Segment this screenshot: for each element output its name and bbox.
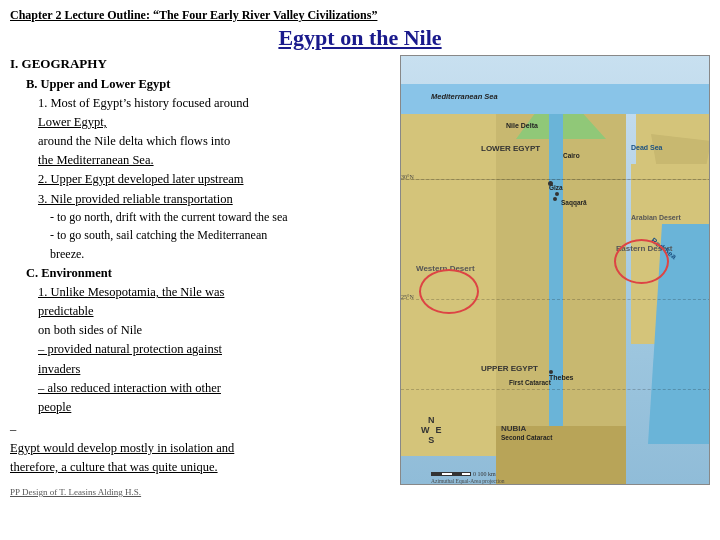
- first-cataract-label: First Cataract: [509, 379, 551, 386]
- compass-s: S: [421, 436, 442, 446]
- right-panel: NATIONALGEOGRAPHIC Ancient Egypt: [400, 55, 710, 534]
- item-c1b: predictable: [38, 302, 392, 320]
- conclusion2: therefore, a culture that was quite uniq…: [10, 458, 392, 476]
- item-3-sub2: - to go south, sail catching the Mediter…: [50, 227, 392, 244]
- item2-underline: 2. Upper Egypt developed later upstream: [38, 172, 244, 186]
- item-c4-underline: – also reduced interaction with other: [38, 381, 221, 395]
- item-c3-underline: – provided natural protection against: [38, 342, 222, 356]
- sub-b-heading: B. Upper and Lower Egypt: [26, 75, 392, 93]
- scale-text: 0 100 km: [473, 471, 496, 477]
- blank-dash: –: [10, 420, 392, 438]
- item-c4b-underline: people: [38, 400, 71, 414]
- item-3: 3. Nile provided reliable transportation: [38, 190, 392, 208]
- item-c1b-underline: predictable: [38, 304, 94, 318]
- nile-river: [549, 84, 563, 464]
- compass: N W E S: [421, 416, 442, 446]
- arabian-desert-label: Arabian Desert: [631, 214, 681, 222]
- dead-sea-label: Dead Sea: [631, 144, 663, 152]
- med-sea-underline: the Mediterranean Sea.: [38, 153, 154, 167]
- lat-line-1: [401, 179, 710, 180]
- item-1-sub1c: the Mediterranean Sea.: [38, 151, 392, 169]
- chapter-title: Chapter 2 Lecture Outline: “The Four Ear…: [10, 8, 710, 23]
- thebes-dot: [549, 370, 553, 374]
- main-title: Egypt on the Nile: [10, 25, 710, 51]
- lower-egypt-label: LOWER EGYPT: [481, 144, 540, 153]
- cairo-label: Cairo: [563, 152, 580, 159]
- upper-egypt-label: UPPER EGYPT: [481, 364, 538, 373]
- thebes-label: Thebes: [549, 374, 574, 381]
- egypt-main-land: [496, 84, 626, 464]
- lat-line-3: [401, 389, 710, 390]
- saqqara-label: Saqqarā: [561, 199, 587, 206]
- saqqara-dot: [553, 197, 557, 201]
- lat-25-label: 25°N: [401, 294, 414, 300]
- page: Chapter 2 Lecture Outline: “The Four Ear…: [0, 0, 720, 540]
- map-container: NATIONALGEOGRAPHIC Ancient Egypt: [400, 55, 710, 485]
- item-1-sub1: Lower Egypt,: [38, 113, 392, 131]
- scale-bar: 0 100 km Azimuthal Equal-Area projection: [431, 471, 505, 484]
- item-2: 2. Upper Egypt developed later upstream: [38, 170, 392, 188]
- item-c2: on both sides of Nile: [38, 321, 392, 339]
- item-1: 1. Most of Egypt’s history focused aroun…: [38, 94, 392, 112]
- item-c3b: invaders: [38, 360, 392, 378]
- giza-dot: [548, 181, 553, 186]
- geo-heading: I. GEOGRAPHY: [10, 55, 392, 74]
- nubia-label: NUBIA: [501, 424, 526, 433]
- nile-delta-label: Nile Delta: [506, 122, 538, 130]
- left-panel: I. GEOGRAPHY B. Upper and Lower Egypt 1.…: [10, 55, 392, 534]
- item-c3: – provided natural protection against: [38, 340, 392, 358]
- item-3-sub1: - to go north, drift with the current to…: [50, 209, 392, 226]
- item-c1-underline: 1. Unlike Mesopotamia, the Nile was: [38, 285, 224, 299]
- conclusion: Egypt would develop mostly in isolation …: [10, 439, 392, 457]
- second-cataract-label: Second Cataract: [501, 434, 552, 441]
- item-3-sub3: breeze.: [50, 246, 392, 263]
- footer-credit: PP Design of T. Leasins Alding H.S.: [10, 486, 392, 499]
- mediterranean-sea-label: Mediterranean Sea: [431, 92, 498, 101]
- cairo-dot: [555, 192, 559, 196]
- scale-graphic: [431, 472, 471, 476]
- item-c4: – also reduced interaction with other: [38, 379, 392, 397]
- compass-e: E: [436, 426, 442, 436]
- projection-text: Azimuthal Equal-Area projection: [431, 478, 505, 484]
- item-c4b: people: [38, 398, 392, 416]
- item-1-sub1b: around the Nile delta which flows into: [38, 132, 392, 150]
- eastern-desert-circle: [614, 239, 669, 284]
- western-desert-circle: [419, 269, 479, 314]
- item3-underline: 3. Nile provided reliable transportation: [38, 192, 233, 206]
- item-c3b-underline: invaders: [38, 362, 80, 376]
- lat-30-label: 30°N: [401, 174, 414, 180]
- sub-c-heading: C. Environment: [26, 264, 392, 282]
- lower-egypt-underline: Lower Egypt,: [38, 115, 107, 129]
- item-c1: 1. Unlike Mesopotamia, the Nile was: [38, 283, 392, 301]
